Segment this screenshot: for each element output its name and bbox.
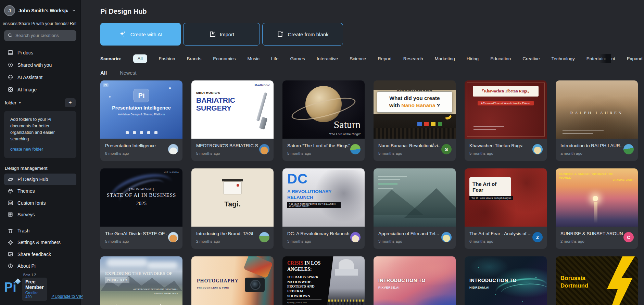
design-card[interactable]: 「Khawachen Tibetan Rugs」 A Thousand Year… <box>465 80 547 161</box>
scenario-chip-science[interactable]: Science <box>350 56 366 61</box>
design-card[interactable]: PHOTOGRAPHY THROUGH LENS & TIME <box>191 256 274 305</box>
sidebar-item-trash[interactable]: Trash <box>4 225 76 237</box>
scenario-chip-report[interactable]: Report <box>378 56 392 61</box>
create-with-ai-button[interactable]: Create with AI <box>100 23 181 46</box>
scenario-chip-technology[interactable]: Technology <box>551 56 574 61</box>
card-title: Appreciation of Film and Tel... <box>378 231 441 236</box>
thumb-title: INTRODUCTION TO <box>469 278 517 283</box>
design-card[interactable]: RALPH LAUREN Introduction to RALPH LAUR.… <box>556 80 638 161</box>
add-folder-button[interactable]: + <box>65 98 76 107</box>
thumb-kicker: MEDTRONIC'S <box>196 91 220 94</box>
design-card[interactable]: Borussia Dortmund GEG. NUBER RB LEIPZIG:… <box>556 256 638 305</box>
scenario-chip-hiring[interactable]: Hiring <box>467 56 479 61</box>
scenario-chip-interactive[interactable]: Interactive <box>317 56 338 61</box>
design-card[interactable]: CRISIS IN LOS ANGELES: ICE RAIDS SPARK N… <box>282 256 365 305</box>
sidebar-item-label: Settings & members <box>17 240 61 245</box>
card-owner-avatar <box>259 232 269 242</box>
design-card[interactable]: Tagi. Introducing the Brand: TAGI 2 mont… <box>191 168 274 249</box>
thumb-title-line2: Dortmund <box>560 282 588 289</box>
scenario-filter-bar: Scenario: All Fashion Brands Economics M… <box>100 54 638 63</box>
upgrade-vip-link[interactable]: ↗Upgrade to VIP <box>51 294 83 299</box>
card-owner-avatar: C <box>623 232 634 242</box>
workspace-switcher[interactable]: J John Smith's Workspace <box>4 5 76 16</box>
tab-newest[interactable]: Newest <box>120 70 136 76</box>
divider-line <box>287 300 321 300</box>
sidebar-item-label: Surveys <box>17 212 35 217</box>
design-card[interactable]: Appreciation of Film and Tel... 3 months… <box>374 168 456 249</box>
thumb-question-mark: ? <box>435 102 440 108</box>
scenario-chip-marketing[interactable]: Marketing <box>435 56 455 61</box>
main-content: Pi Design Hub Create with AI Import C <box>81 0 644 305</box>
thumb-subtitle-bar: Top 10 Horror Movies: In-Depth Analysis <box>469 196 513 200</box>
folder-section-header: folder ▼ + <box>4 98 76 108</box>
import-button[interactable]: Import <box>183 23 260 46</box>
card-timestamp: 6 months ago <box>469 239 542 243</box>
sidebar-item-settings-members[interactable]: Settings & members <box>4 237 76 248</box>
sidebar-item-ai-image[interactable]: AI Image <box>4 84 76 96</box>
design-card[interactable]: INTRODUCTION TO PIXVERSE.AI <box>374 256 456 305</box>
import-label: Import <box>220 31 235 37</box>
tab-all[interactable]: All <box>100 70 107 76</box>
card-thumbnail: 「Khawachen Tibetan Rugs」 A Thousand Year… <box>465 80 547 139</box>
scenario-chip-research[interactable]: Research <box>403 56 423 61</box>
sidebar-item-ai-assistant[interactable]: AI Assistant <box>4 71 76 84</box>
card-thumbnail: DC A REVOLUTIONARY RELAUNCH A 10-YEAR RE… <box>282 168 365 227</box>
thumb-title-line1: Borussia <box>560 275 585 282</box>
pi-logo: Pi <box>4 281 18 294</box>
card-title: Introduction to RALPH LAUR... <box>560 143 623 148</box>
design-card[interactable]: Pi Pi Presentation Intelligence Ai-Nativ… <box>100 80 182 161</box>
sidebar-item-custom-fonts[interactable]: Aa Custom fonts <box>4 197 76 208</box>
sidebar-item-about-pi[interactable]: About Pi <box>4 260 76 272</box>
chip-fade-overlay <box>599 54 611 63</box>
sidebar-item-label: Share feedback <box>17 252 51 257</box>
scenario-chip-all[interactable]: All <box>133 54 147 63</box>
design-card[interactable]: DC A REVOLUTIONARY RELAUNCH A 10-YEAR RE… <box>282 168 365 249</box>
search-placeholder: Search your creations <box>15 33 59 38</box>
design-card[interactable]: The Art of Fear Top 10 Horror Movies: In… <box>465 168 547 249</box>
capitol-base-graphic <box>335 269 358 276</box>
card-thumbnail: Borussia Dortmund GEG. NUBER RB LEIPZIG:… <box>556 256 638 305</box>
scenario-chip-fashion[interactable]: Fashion <box>159 56 175 61</box>
card-timestamp: 5 months ago <box>469 151 542 155</box>
chat-assistant-icon <box>8 74 13 80</box>
scenario-chip-creative[interactable]: Creative <box>522 56 540 61</box>
sidebar-item-label: Custom fonts <box>17 200 46 206</box>
thumb-title-line2: NING XIA <box>105 277 129 283</box>
folder-toggle[interactable]: folder ▼ <box>5 100 22 105</box>
thumb-title: STATE OF AI IN BUSINESS <box>100 192 182 198</box>
scenario-chip-education[interactable]: Education <box>490 56 511 61</box>
design-card[interactable]: INTRODUCTION TO HIDREAM.AI <box>465 256 547 305</box>
create-new-folder-link[interactable]: create new folder <box>10 146 43 153</box>
search-input[interactable]: Search your creations <box>4 30 76 41</box>
sidebar-item-surveys[interactable]: Surveys <box>4 209 76 220</box>
scenario-chip-brands[interactable]: Brands <box>187 56 202 61</box>
design-card[interactable]: NanoBanana What did you create with Nano… <box>374 80 456 161</box>
card-title: The GenAI Divide STATE OF ... <box>105 231 167 236</box>
design-card[interactable]: Saturn “The Lord of the Rings” Saturn-“T… <box>282 80 365 161</box>
text-line-decoration <box>378 183 397 185</box>
lightning-bolt-graphic <box>603 256 636 305</box>
design-card[interactable]: EXPLORING THE WONDERS OF NING XIA A FERT… <box>100 256 182 305</box>
sidebar-item-shared-with-you[interactable]: Shared with you <box>4 59 76 71</box>
sidebar-item-pi-design-hub[interactable]: Pi Design Hub <box>4 174 76 185</box>
membership-box: Free Member Credits: 420 <box>22 278 47 301</box>
design-card[interactable]: MIT NANDA [ The GenAI Divide ] STATE OF … <box>100 168 182 249</box>
create-from-blank-button[interactable]: Create from blank <box>262 23 343 46</box>
storefront-graphic <box>223 181 242 194</box>
design-card[interactable]: Medtronic MEDTRONIC'S BARIATRIC SURGERY … <box>191 80 274 161</box>
scenario-chip-games[interactable]: Games <box>290 56 305 61</box>
scenario-chip-life[interactable]: Life <box>271 56 279 61</box>
card-owner-avatar <box>168 232 178 242</box>
sidebar-item-pi-docs[interactable]: Pi docs <box>4 47 76 59</box>
sun-reflection-graphic <box>594 202 597 223</box>
feedback-pencil-icon <box>8 251 13 257</box>
scenario-chip-economics[interactable]: Economics <box>213 56 236 61</box>
scenario-chip-music[interactable]: Music <box>247 56 259 61</box>
storefront-accent <box>237 184 239 187</box>
sidebar-item-themes[interactable]: Themes <box>4 185 76 197</box>
design-card[interactable]: SUNRISE & SUNSET AROUND THE WORLD CHASIN… <box>556 168 638 249</box>
thumb-logo-strip <box>100 131 182 134</box>
card-title: The Art of Fear - Analysis of ... <box>469 231 532 236</box>
sidebar-item-share-feedback[interactable]: Share feedback <box>4 249 76 260</box>
expand-chips-link[interactable]: Expand <box>627 56 643 61</box>
